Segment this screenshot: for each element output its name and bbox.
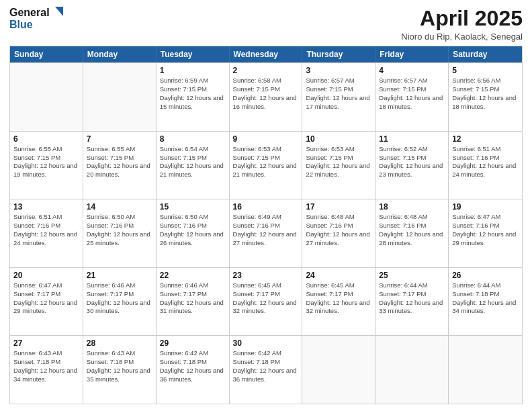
day-info: Sunrise: 6:54 AM Sunset: 7:15 PM Dayligh… — [160, 145, 226, 179]
page-header: General Blue April 2025 Nioro du Rip, Ka… — [9, 7, 523, 42]
day-info: Sunrise: 6:44 AM Sunset: 7:17 PM Dayligh… — [379, 281, 445, 316]
day-info: Sunrise: 6:47 AM Sunset: 7:16 PM Dayligh… — [452, 213, 519, 247]
calendar: SundayMondayTuesdayWednesdayThursdayFrid… — [9, 46, 523, 404]
day-number: 30 — [233, 338, 299, 348]
day-info: Sunrise: 6:55 AM Sunset: 7:15 PM Dayligh… — [87, 145, 152, 179]
calendar-day-29: 29Sunrise: 6:42 AM Sunset: 7:18 PM Dayli… — [157, 336, 230, 404]
day-info: Sunrise: 6:50 AM Sunset: 7:16 PM Dayligh… — [87, 213, 152, 247]
calendar-day-26: 26Sunrise: 6:44 AM Sunset: 7:18 PM Dayli… — [449, 268, 522, 336]
day-number: 6 — [13, 134, 79, 144]
day-number: 28 — [87, 338, 152, 348]
title-block: April 2025 Nioro du Rip, Kaolack, Senega… — [401, 7, 523, 42]
calendar-week-3: 13Sunrise: 6:51 AM Sunset: 7:16 PM Dayli… — [10, 199, 522, 267]
day-info: Sunrise: 6:42 AM Sunset: 7:18 PM Dayligh… — [233, 349, 299, 383]
day-info: Sunrise: 6:46 AM Sunset: 7:17 PM Dayligh… — [87, 281, 152, 316]
day-info: Sunrise: 6:52 AM Sunset: 7:15 PM Dayligh… — [379, 145, 445, 179]
calendar-body: 1Sunrise: 6:59 AM Sunset: 7:15 PM Daylig… — [10, 62, 522, 404]
day-number: 18 — [379, 202, 445, 212]
day-number: 29 — [160, 338, 226, 348]
calendar-day-16: 16Sunrise: 6:49 AM Sunset: 7:16 PM Dayli… — [230, 199, 303, 267]
day-number: 3 — [306, 66, 371, 75]
day-number: 14 — [87, 202, 152, 212]
day-info: Sunrise: 6:45 AM Sunset: 7:17 PM Dayligh… — [233, 281, 299, 316]
day-number: 26 — [452, 271, 519, 280]
day-info: Sunrise: 6:42 AM Sunset: 7:18 PM Dayligh… — [160, 349, 226, 383]
header-day-wednesday: Wednesday — [230, 46, 303, 62]
calendar-day-28: 28Sunrise: 6:43 AM Sunset: 7:18 PM Dayli… — [83, 336, 157, 404]
day-number: 4 — [379, 66, 445, 75]
day-number: 16 — [233, 202, 299, 212]
svg-marker-0 — [55, 7, 63, 16]
calendar-day-18: 18Sunrise: 6:48 AM Sunset: 7:16 PM Dayli… — [375, 199, 449, 267]
calendar-day-22: 22Sunrise: 6:46 AM Sunset: 7:17 PM Dayli… — [157, 268, 230, 336]
logo: General Blue — [9, 7, 63, 30]
calendar-day-8: 8Sunrise: 6:54 AM Sunset: 7:15 PM Daylig… — [157, 132, 230, 199]
calendar-day-27: 27Sunrise: 6:43 AM Sunset: 7:18 PM Dayli… — [10, 336, 83, 404]
day-info: Sunrise: 6:43 AM Sunset: 7:18 PM Dayligh… — [87, 349, 152, 383]
day-number: 20 — [13, 271, 79, 280]
calendar-day-15: 15Sunrise: 6:50 AM Sunset: 7:16 PM Dayli… — [157, 199, 230, 267]
day-number: 17 — [306, 202, 371, 212]
day-info: Sunrise: 6:43 AM Sunset: 7:18 PM Dayligh… — [13, 349, 79, 383]
calendar-day-empty — [10, 63, 83, 131]
calendar-day-6: 6Sunrise: 6:55 AM Sunset: 7:15 PM Daylig… — [10, 132, 83, 199]
calendar-location: Nioro du Rip, Kaolack, Senegal — [401, 32, 523, 42]
day-info: Sunrise: 6:48 AM Sunset: 7:16 PM Dayligh… — [306, 213, 371, 247]
calendar-day-30: 30Sunrise: 6:42 AM Sunset: 7:18 PM Dayli… — [230, 336, 303, 404]
day-info: Sunrise: 6:44 AM Sunset: 7:18 PM Dayligh… — [452, 281, 519, 316]
day-info: Sunrise: 6:53 AM Sunset: 7:15 PM Dayligh… — [306, 145, 371, 179]
calendar-day-9: 9Sunrise: 6:53 AM Sunset: 7:15 PM Daylig… — [230, 132, 303, 199]
day-info: Sunrise: 6:57 AM Sunset: 7:15 PM Dayligh… — [379, 77, 445, 111]
day-info: Sunrise: 6:48 AM Sunset: 7:16 PM Dayligh… — [379, 213, 445, 247]
day-info: Sunrise: 6:45 AM Sunset: 7:17 PM Dayligh… — [306, 281, 371, 316]
day-number: 15 — [160, 202, 226, 212]
calendar-day-20: 20Sunrise: 6:47 AM Sunset: 7:17 PM Dayli… — [10, 268, 83, 336]
day-info: Sunrise: 6:55 AM Sunset: 7:15 PM Dayligh… — [13, 145, 79, 179]
day-number: 5 — [452, 66, 519, 75]
calendar-week-2: 6Sunrise: 6:55 AM Sunset: 7:15 PM Daylig… — [10, 131, 522, 199]
day-info: Sunrise: 6:56 AM Sunset: 7:15 PM Dayligh… — [452, 77, 519, 111]
calendar-day-17: 17Sunrise: 6:48 AM Sunset: 7:16 PM Dayli… — [302, 199, 375, 267]
day-number: 10 — [306, 134, 371, 144]
day-info: Sunrise: 6:47 AM Sunset: 7:17 PM Dayligh… — [13, 281, 79, 316]
day-info: Sunrise: 6:51 AM Sunset: 7:16 PM Dayligh… — [452, 145, 519, 179]
calendar-day-4: 4Sunrise: 6:57 AM Sunset: 7:15 PM Daylig… — [375, 63, 449, 131]
calendar-day-empty — [83, 63, 157, 131]
header-day-friday: Friday — [375, 46, 449, 62]
calendar-week-1: 1Sunrise: 6:59 AM Sunset: 7:15 PM Daylig… — [10, 62, 522, 131]
calendar-day-empty — [302, 336, 375, 404]
day-number: 1 — [160, 66, 226, 75]
day-number: 7 — [87, 134, 152, 144]
day-number: 21 — [87, 271, 152, 280]
calendar-day-19: 19Sunrise: 6:47 AM Sunset: 7:16 PM Dayli… — [449, 199, 522, 267]
calendar-day-3: 3Sunrise: 6:57 AM Sunset: 7:15 PM Daylig… — [302, 63, 375, 131]
day-number: 2 — [233, 66, 299, 75]
calendar-day-empty — [449, 336, 522, 404]
calendar-day-13: 13Sunrise: 6:51 AM Sunset: 7:16 PM Dayli… — [10, 199, 83, 267]
calendar-day-25: 25Sunrise: 6:44 AM Sunset: 7:17 PM Dayli… — [375, 268, 449, 336]
day-info: Sunrise: 6:49 AM Sunset: 7:16 PM Dayligh… — [233, 213, 299, 247]
day-info: Sunrise: 6:58 AM Sunset: 7:15 PM Dayligh… — [233, 77, 299, 111]
day-number: 12 — [452, 134, 519, 144]
day-number: 22 — [160, 271, 226, 280]
day-number: 25 — [379, 271, 445, 280]
calendar-day-12: 12Sunrise: 6:51 AM Sunset: 7:16 PM Dayli… — [449, 132, 522, 199]
calendar-day-2: 2Sunrise: 6:58 AM Sunset: 7:15 PM Daylig… — [230, 63, 303, 131]
header-day-saturday: Saturday — [449, 46, 522, 62]
day-info: Sunrise: 6:51 AM Sunset: 7:16 PM Dayligh… — [13, 213, 79, 247]
day-info: Sunrise: 6:46 AM Sunset: 7:17 PM Dayligh… — [160, 281, 226, 316]
calendar-header: SundayMondayTuesdayWednesdayThursdayFrid… — [10, 46, 522, 62]
calendar-day-1: 1Sunrise: 6:59 AM Sunset: 7:15 PM Daylig… — [157, 63, 230, 131]
header-day-monday: Monday — [83, 46, 157, 62]
day-number: 19 — [452, 202, 519, 212]
day-info: Sunrise: 6:57 AM Sunset: 7:15 PM Dayligh… — [306, 77, 371, 111]
day-number: 9 — [233, 134, 299, 144]
day-number: 24 — [306, 271, 371, 280]
calendar-day-7: 7Sunrise: 6:55 AM Sunset: 7:15 PM Daylig… — [83, 132, 157, 199]
calendar-day-21: 21Sunrise: 6:46 AM Sunset: 7:17 PM Dayli… — [83, 268, 157, 336]
calendar-week-5: 27Sunrise: 6:43 AM Sunset: 7:18 PM Dayli… — [10, 335, 522, 404]
header-day-sunday: Sunday — [10, 46, 83, 62]
calendar-day-empty — [375, 336, 449, 404]
day-info: Sunrise: 6:50 AM Sunset: 7:16 PM Dayligh… — [160, 213, 226, 247]
day-number: 27 — [13, 338, 79, 348]
